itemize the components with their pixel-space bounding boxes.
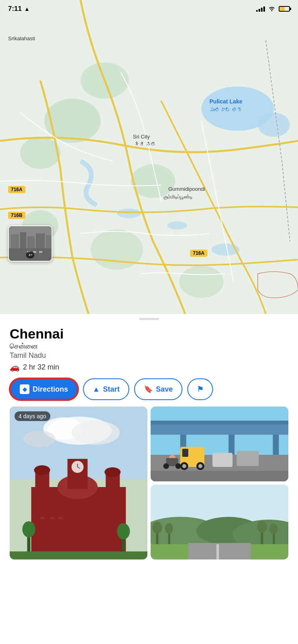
car-icon: 🚗 xyxy=(10,362,20,372)
directions-icon: ◆ xyxy=(20,384,29,394)
place-region: Tamil Nadu xyxy=(10,351,288,360)
status-bar: 7:11 ▲ xyxy=(0,0,298,18)
svg-rect-60 xyxy=(237,451,259,466)
save-button[interactable]: 🔖 Save xyxy=(134,378,182,400)
street-view-thumbnail[interactable]: ↩ xyxy=(8,225,52,262)
svg-point-74 xyxy=(257,521,267,533)
svg-rect-52 xyxy=(151,471,288,481)
svg-rect-22 xyxy=(39,251,42,253)
action-buttons-row: ◆ Directions ▲ Start 🔖 Save ⚑ xyxy=(0,372,298,407)
svg-point-58 xyxy=(199,464,203,468)
place-info-panel: Chennai சென்னை Tamil Nadu 🚗 2 hr 32 min xyxy=(0,320,298,372)
wifi-icon xyxy=(268,6,275,12)
svg-rect-18 xyxy=(36,233,45,248)
map-label-sricity-telugu: శ్రీ సిటీ xyxy=(135,142,156,147)
map-label-sricity: Sri City xyxy=(133,134,150,140)
directions-button[interactable]: ◆ Directions xyxy=(10,378,78,400)
map-label-pulicat-telugu: పులికాట్ లేక్ xyxy=(209,107,242,113)
svg-point-41 xyxy=(23,521,35,537)
place-name-local: சென்னை xyxy=(10,342,288,351)
svg-point-2 xyxy=(258,113,290,137)
flag-icon: ⚑ xyxy=(197,385,203,394)
travel-time: 🚗 2 hr 32 min xyxy=(10,362,288,372)
svg-rect-16 xyxy=(20,232,26,248)
status-icons xyxy=(256,6,290,12)
place-name: Chennai xyxy=(10,326,288,341)
svg-point-26 xyxy=(72,421,120,445)
svg-rect-17 xyxy=(27,236,35,248)
street-view-icon: ↩ xyxy=(26,252,35,258)
map-label-srikalahasti: Srikalahasti xyxy=(8,35,35,41)
svg-point-76 xyxy=(270,524,278,534)
location-arrow-icon: ▲ xyxy=(24,6,30,12)
map-label-gummidipoondi-tamil: கும்மிடிப்பூண்டி xyxy=(163,194,192,200)
svg-point-3 xyxy=(117,208,141,218)
road-badge-716a-left: 716A xyxy=(8,186,25,193)
svg-point-70 xyxy=(153,522,162,534)
drag-handle[interactable] xyxy=(0,314,298,320)
start-icon: ▲ xyxy=(93,385,100,394)
road-badge-716b: 716B xyxy=(8,212,25,219)
svg-rect-15 xyxy=(11,234,19,248)
photo-large[interactable]: 4 days ago xyxy=(10,407,147,559)
signal-icon xyxy=(256,6,265,12)
svg-rect-44 xyxy=(10,551,147,559)
svg-point-12 xyxy=(179,266,224,298)
status-time: 7:11 xyxy=(8,5,22,13)
svg-point-33 xyxy=(34,465,50,475)
svg-rect-47 xyxy=(151,421,288,425)
photo-small-2[interactable] xyxy=(151,485,288,559)
battery-icon xyxy=(279,6,290,12)
svg-point-72 xyxy=(165,523,173,534)
svg-point-63 xyxy=(163,463,169,469)
map-label-gummidipoondi: Gummidipoondi xyxy=(168,186,205,192)
svg-rect-54 xyxy=(182,449,188,457)
svg-rect-19 xyxy=(46,235,52,248)
svg-point-64 xyxy=(176,463,181,469)
svg-rect-78 xyxy=(188,543,251,559)
start-button[interactable]: ▲ Start xyxy=(83,378,129,400)
svg-rect-59 xyxy=(213,453,233,467)
road-badge-716a-right: 716A xyxy=(190,250,207,257)
photos-section: 4 days ago xyxy=(0,407,298,568)
map-label-pulicat: Pulicat Lake xyxy=(209,98,242,105)
svg-rect-79 xyxy=(217,544,219,559)
photo-small-1[interactable] xyxy=(151,407,288,481)
svg-point-4 xyxy=(167,221,187,229)
more-button[interactable]: ⚑ xyxy=(187,378,213,400)
map-view[interactable]: Srikalahasti Pulicat Lake పులికాట్ లేక్ … xyxy=(0,0,298,314)
svg-point-35 xyxy=(105,467,121,477)
svg-point-56 xyxy=(182,464,186,468)
map-svg xyxy=(0,0,298,314)
photos-grid: 4 days ago xyxy=(10,407,288,559)
photo-date-badge: 4 days ago xyxy=(14,411,50,421)
save-icon: 🔖 xyxy=(144,385,153,394)
svg-point-43 xyxy=(117,523,130,539)
svg-point-27 xyxy=(23,431,56,447)
